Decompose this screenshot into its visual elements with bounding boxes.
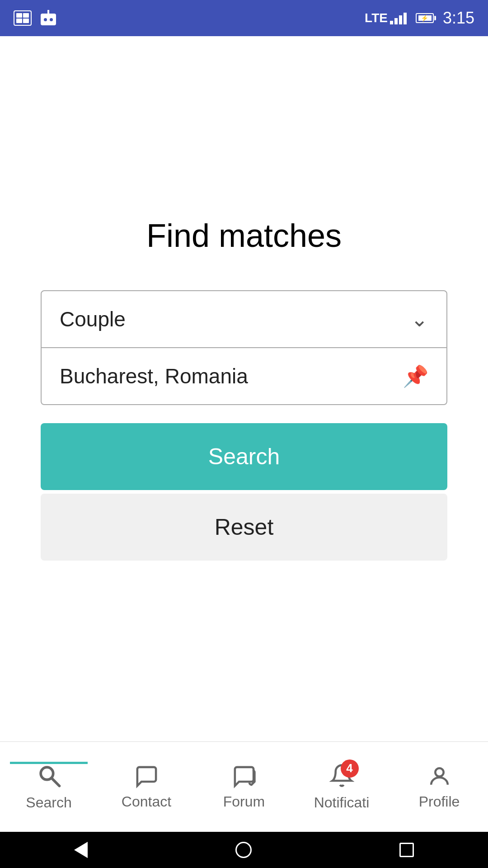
nav-item-search[interactable]: Search bbox=[0, 763, 98, 811]
reset-button[interactable]: Reset bbox=[41, 494, 447, 561]
forum-icon bbox=[232, 764, 257, 789]
search-form: Couple ⌄ Bucharest, Romania 📌 Search Res… bbox=[41, 290, 447, 561]
android-nav-bar bbox=[0, 832, 488, 868]
chevron-down-icon: ⌄ bbox=[411, 307, 428, 331]
status-bar-left bbox=[14, 10, 58, 26]
status-time: 3:15 bbox=[443, 9, 474, 28]
status-bar-right: LTE ⚡ 3:15 bbox=[365, 9, 474, 28]
location-value: Bucharest, Romania bbox=[60, 364, 248, 388]
type-dropdown[interactable]: Couple ⌄ bbox=[41, 290, 447, 348]
nav-label-forum: Forum bbox=[223, 793, 265, 810]
nav-item-notifications[interactable]: 4 Notificati bbox=[293, 763, 390, 811]
search-button[interactable]: Search bbox=[41, 423, 447, 490]
nav-label-profile: Profile bbox=[419, 793, 460, 810]
nav-item-contact[interactable]: Contact bbox=[98, 764, 195, 810]
home-button[interactable] bbox=[235, 842, 252, 858]
nav-label-contact: Contact bbox=[122, 793, 171, 810]
bottom-nav: Search Contact Forum 4 Notificati Profil… bbox=[0, 741, 488, 832]
nav-label-notifications: Notificati bbox=[314, 794, 370, 811]
back-button[interactable] bbox=[74, 842, 88, 858]
status-bar: LTE ⚡ 3:15 bbox=[0, 0, 488, 36]
nav-item-forum[interactable]: Forum bbox=[195, 764, 293, 810]
lte-text: LTE bbox=[365, 11, 388, 25]
contact-icon bbox=[134, 764, 159, 789]
search-icon bbox=[37, 763, 61, 788]
android-icon bbox=[38, 10, 58, 26]
notifications-icon-wrapper: 4 bbox=[329, 763, 354, 790]
recents-button[interactable] bbox=[399, 843, 414, 857]
type-dropdown-value: Couple bbox=[60, 307, 126, 331]
signal-bars bbox=[390, 12, 407, 24]
svg-point-2 bbox=[435, 768, 443, 776]
notification-badge: 4 bbox=[341, 760, 359, 778]
page-title: Find matches bbox=[146, 217, 342, 254]
sim-icon bbox=[14, 10, 32, 26]
lte-indicator: LTE bbox=[365, 11, 407, 25]
battery-icon: ⚡ bbox=[416, 13, 434, 23]
nav-label-search: Search bbox=[26, 794, 71, 811]
main-content: Find matches Couple ⌄ Bucharest, Romania… bbox=[0, 36, 488, 741]
battery-charging-icon: ⚡ bbox=[421, 14, 428, 22]
location-field[interactable]: Bucharest, Romania 📌 bbox=[41, 348, 447, 405]
profile-icon bbox=[427, 764, 452, 789]
search-icon-wrapper bbox=[37, 763, 61, 790]
svg-line-1 bbox=[52, 778, 59, 786]
location-pin-icon: 📌 bbox=[403, 364, 428, 388]
nav-item-profile[interactable]: Profile bbox=[390, 764, 488, 810]
